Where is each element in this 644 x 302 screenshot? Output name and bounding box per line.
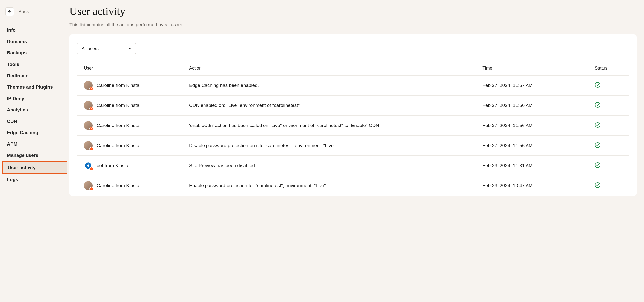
cell-user: Caroline from Kinsta [77, 136, 189, 156]
sidebar-item-edge-caching[interactable]: Edge Caching [0, 127, 70, 138]
activity-card: All users User Action Time Status Caroli… [70, 34, 636, 196]
page-title: User activity [70, 5, 636, 17]
cell-action: 'enableCdn' action has been called on "L… [189, 116, 482, 136]
sidebar: Back InfoDomainsBackupsToolsRedirectsThe… [0, 0, 70, 302]
sidebar-item-manage-users[interactable]: Manage users [0, 150, 70, 161]
col-header-status: Status [595, 63, 629, 75]
cell-user: Caroline from Kinsta [77, 176, 189, 196]
back-row: Back [0, 7, 70, 24]
bolt-badge-icon [90, 187, 94, 191]
svg-rect-7 [88, 163, 88, 164]
user-name: Caroline from Kinsta [97, 83, 139, 88]
sidebar-item-user-activity[interactable]: User activity [0, 161, 70, 174]
bolt-badge-icon [90, 167, 94, 171]
sidebar-item-ip-deny[interactable]: IP Deny [0, 93, 70, 104]
bolt-badge-icon [90, 147, 94, 151]
avatar [84, 181, 93, 190]
cell-action: Disable password protection on site "car… [189, 136, 482, 156]
table-row: Caroline from KinstaCDN enabled on: "Liv… [77, 96, 629, 116]
sidebar-item-analytics[interactable]: Analytics [0, 104, 70, 116]
col-header-action: Action [189, 63, 482, 75]
cell-user: Caroline from Kinsta [77, 116, 189, 136]
col-header-user: User [77, 63, 189, 75]
chevron-down-icon [128, 46, 132, 50]
sidebar-item-themes-and-plugins[interactable]: Themes and Plugins [0, 81, 70, 93]
user-name: bot from Kinsta [97, 163, 128, 168]
check-circle-icon [595, 162, 600, 168]
sidebar-item-logs[interactable]: Logs [0, 174, 70, 185]
cell-user: Caroline from Kinsta [77, 96, 189, 116]
sidebar-item-apm[interactable]: APM [0, 138, 70, 150]
avatar [84, 101, 93, 110]
cell-status [595, 136, 629, 156]
table-row: bot from KinstaSite Preview has been dis… [77, 156, 629, 176]
user-name: Caroline from Kinsta [97, 183, 139, 188]
bolt-badge-icon [90, 107, 94, 111]
svg-point-8 [595, 163, 600, 167]
svg-point-3 [595, 123, 600, 128]
cell-time: Feb 27, 2024, 11:57 AM [482, 75, 595, 96]
sidebar-item-tools[interactable]: Tools [0, 59, 70, 70]
col-header-time: Time [482, 63, 595, 75]
sidebar-item-label: User activity [2, 161, 68, 174]
svg-point-9 [595, 183, 600, 188]
cell-time: Feb 23, 2024, 11:31 AM [482, 156, 595, 176]
cell-user: bot from Kinsta [77, 156, 189, 176]
cell-user: Caroline from Kinsta [77, 75, 189, 96]
sidebar-item-domains[interactable]: Domains [0, 36, 70, 47]
nav-list: InfoDomainsBackupsToolsRedirectsThemes a… [0, 24, 70, 185]
sidebar-item-cdn[interactable]: CDN [0, 116, 70, 127]
avatar [84, 161, 93, 170]
svg-point-1 [595, 82, 600, 87]
cell-action: CDN enabled on: "Live" environment of "c… [189, 96, 482, 116]
check-circle-icon [595, 102, 600, 108]
main-content: User activity This list contains all the… [70, 0, 644, 302]
cell-status [595, 176, 629, 196]
table-row: Caroline from KinstaEdge Caching has bee… [77, 75, 629, 96]
avatar [84, 121, 93, 130]
arrow-left-icon [8, 9, 12, 14]
user-name: Caroline from Kinsta [97, 123, 139, 128]
check-circle-icon [595, 122, 600, 128]
svg-point-6 [87, 164, 89, 166]
cell-time: Feb 27, 2024, 11:56 AM [482, 116, 595, 136]
table-row: Caroline from KinstaDisable password pro… [77, 136, 629, 156]
svg-point-4 [595, 143, 600, 148]
bolt-badge-icon [90, 87, 94, 91]
cell-action: Edge Caching has been enabled. [189, 75, 482, 96]
cell-time: Feb 27, 2024, 11:56 AM [482, 96, 595, 116]
user-filter-select[interactable]: All users [77, 43, 136, 54]
activity-table: User Action Time Status Caroline from Ki… [77, 63, 629, 196]
cell-action: Site Preview has been disabled. [189, 156, 482, 176]
sidebar-item-backups[interactable]: Backups [0, 47, 70, 59]
cell-status [595, 96, 629, 116]
table-row: Caroline from Kinsta'enableCdn' action h… [77, 116, 629, 136]
sidebar-item-info[interactable]: Info [0, 24, 70, 36]
cell-status [595, 116, 629, 136]
back-button[interactable] [6, 7, 14, 16]
cell-time: Feb 27, 2024, 11:56 AM [482, 136, 595, 156]
cell-status [595, 156, 629, 176]
check-circle-icon [595, 142, 600, 148]
avatar [84, 141, 93, 150]
user-name: Caroline from Kinsta [97, 143, 139, 148]
sidebar-item-redirects[interactable]: Redirects [0, 70, 70, 81]
page-subtitle: This list contains all the actions perfo… [70, 22, 636, 27]
table-row: Caroline from KinstaEnable password prot… [77, 176, 629, 196]
check-circle-icon [595, 82, 600, 88]
check-circle-icon [595, 182, 600, 188]
svg-point-2 [595, 103, 600, 107]
avatar [84, 81, 93, 90]
bolt-badge-icon [90, 127, 94, 131]
cell-time: Feb 23, 2024, 10:47 AM [482, 176, 595, 196]
user-filter-value: All users [82, 46, 99, 51]
cell-action: Enable password protection for "caroline… [189, 176, 482, 196]
user-name: Caroline from Kinsta [97, 103, 139, 108]
cell-status [595, 75, 629, 96]
back-label: Back [18, 9, 29, 14]
